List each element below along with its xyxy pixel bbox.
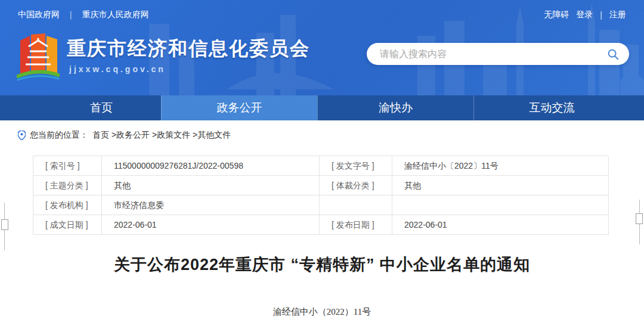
meta-value-index-no: 11500000009276281J/2022-00598 bbox=[102, 156, 320, 176]
search-box bbox=[367, 43, 629, 65]
meta-label-index-no: [ 索引号 ] bbox=[33, 156, 102, 176]
meta-label-empty bbox=[320, 195, 392, 215]
meta-label-topic-class: [ 主题分类 ] bbox=[33, 176, 102, 195]
right-edge-handle[interactable] bbox=[636, 213, 643, 224]
nav-item-hudong-jiaoliu[interactable]: 互动交流 bbox=[473, 95, 630, 120]
meta-label-doc-symbol: [ 发文字号 ] bbox=[320, 156, 392, 176]
meta-value-genre-class: 其他 bbox=[392, 176, 609, 195]
top-links-right: 无障碍 登录 | 注册 bbox=[544, 10, 626, 20]
meta-value-written-date: 2022-06-01 bbox=[102, 215, 320, 235]
meta-value-issuing-org: 市经济信息委 bbox=[102, 195, 320, 215]
site-banner: 中国政府网 ｜ 重庆市人民政府网 无障碍 登录 | 注册 bbox=[0, 0, 644, 95]
nav-item-home[interactable]: 首页 bbox=[42, 95, 161, 120]
meta-label-issuing-org: [ 发布机构 ] bbox=[33, 195, 102, 215]
main-nav: 首页 政务公开 渝快办 互动交流 bbox=[0, 95, 644, 120]
top-links-separator: ｜ bbox=[67, 10, 75, 20]
breadcrumb: 您当前的位置： 首页 >政务公开 >政策文件 >其他文件 bbox=[18, 130, 644, 141]
meta-label-genre-class: [ 体裁分类 ] bbox=[320, 176, 392, 195]
search-icon[interactable] bbox=[606, 48, 620, 61]
breadcrumb-path[interactable]: 首页 >政务公开 >政策文件 >其他文件 bbox=[92, 130, 231, 141]
document-title: 关于公布2022年重庆市 “专精特新” 中小企业名单的通知 bbox=[0, 254, 644, 275]
meta-value-topic-class: 其他 bbox=[102, 176, 320, 195]
document-number: 渝经信中小（2022）11号 bbox=[0, 306, 644, 318]
location-pin-icon bbox=[18, 131, 26, 140]
page: 中国政府网 ｜ 重庆市人民政府网 无障碍 登录 | 注册 bbox=[0, 0, 644, 329]
content-area: 您当前的位置： 首页 >政务公开 >政策文件 >其他文件 [ 索引号 ] 115… bbox=[0, 130, 644, 318]
link-cq-gov[interactable]: 重庆市人民政府网 bbox=[82, 10, 149, 20]
site-url: jjxxw.cq.gov.cn bbox=[69, 64, 166, 74]
document-meta-table: [ 索引号 ] 11500000009276281J/2022-00598 [ … bbox=[33, 156, 608, 235]
link-register[interactable]: 注册 bbox=[609, 10, 626, 20]
meta-label-publish-date: [ 发布日期 ] bbox=[320, 215, 392, 235]
breadcrumb-prefix: 您当前的位置： bbox=[30, 130, 88, 141]
nav-item-yukuaiban[interactable]: 渝快办 bbox=[317, 95, 473, 120]
meta-value-publish-date: 2022-06-01 bbox=[392, 215, 609, 235]
meta-value-empty bbox=[392, 195, 609, 215]
meta-label-written-date: [ 成文日期 ] bbox=[33, 215, 102, 235]
left-edge-handle[interactable] bbox=[1, 219, 8, 230]
search-input[interactable] bbox=[380, 49, 606, 60]
agency-emblem-logo bbox=[17, 33, 60, 83]
link-accessibility[interactable]: 无障碍 bbox=[544, 10, 569, 20]
nav-item-zhengwu-gongkai[interactable]: 政务公开 bbox=[161, 95, 317, 120]
meta-value-doc-symbol: 渝经信中小〔2022〕11号 bbox=[392, 156, 609, 176]
site-title: 重庆市经济和信息化委员会 bbox=[67, 36, 310, 62]
top-links-left: 中国政府网 ｜ 重庆市人民政府网 bbox=[18, 10, 149, 20]
login-register-separator: | bbox=[600, 10, 602, 20]
top-links-bar: 中国政府网 ｜ 重庆市人民政府网 无障碍 登录 | 注册 bbox=[18, 10, 626, 20]
link-china-gov[interactable]: 中国政府网 bbox=[18, 10, 60, 20]
link-login[interactable]: 登录 bbox=[576, 10, 593, 20]
logo-row: 重庆市经济和信息化委员会 jjxxw.cq.gov.cn bbox=[0, 30, 644, 89]
